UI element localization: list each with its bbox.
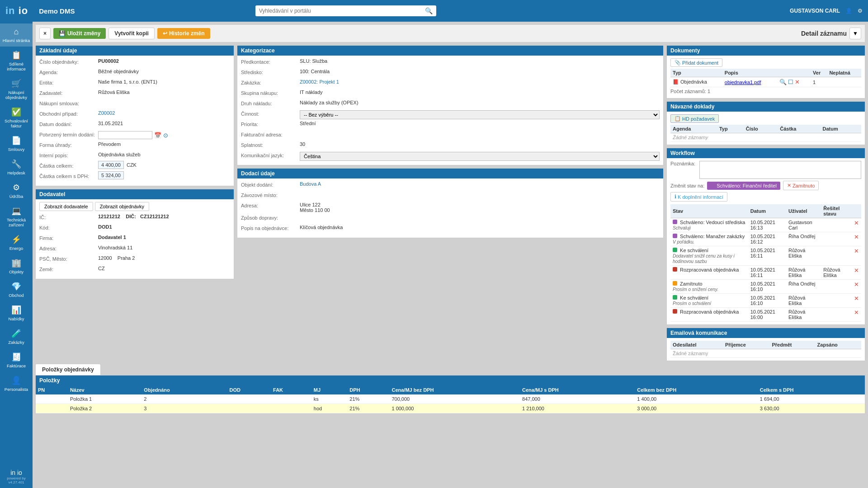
item-name: Položka 2	[68, 404, 142, 413]
wf-delete-button[interactable]: ✕	[854, 248, 859, 254]
sidebar-item-maintenance[interactable]: ⚙ Údržba	[0, 179, 33, 202]
invoices-icon: ✅	[11, 107, 21, 117]
wf-delete-button[interactable]: ✕	[854, 267, 859, 274]
sidebar-label-jobs: Zakázky	[8, 340, 24, 345]
company-value: Dodavatel 1	[98, 235, 230, 240]
doc-delete-button[interactable]: ✕	[795, 79, 800, 85]
wf-resolver	[821, 218, 852, 232]
language-select[interactable]: Čeština	[300, 152, 660, 161]
wf-delete-button[interactable]: ✕	[854, 220, 859, 226]
sidebar-item-invoices[interactable]: ✅ Schvalování faktur	[0, 103, 33, 132]
sidebar-label-objects: Objekty	[9, 269, 24, 274]
wf-user: Růžová Eliška	[786, 308, 821, 322]
sidebar-item-tech[interactable]: 💻 Technická zařízení	[0, 202, 33, 231]
total-row: Částka celkem: 4 400,00 CZK	[39, 162, 230, 171]
sidebar-item-objects[interactable]: 🏢 Objekty	[0, 254, 33, 278]
wf-resolver	[821, 280, 852, 294]
payment-form-row: Forma úhrady: Převodem	[39, 141, 230, 150]
note-value: Klíčová objednávka	[300, 225, 660, 230]
sidebar-item-energy[interactable]: ⚡ Energo	[0, 231, 33, 254]
sidebar-item-helpdesk[interactable]: 🔧 Helpdesk	[0, 155, 33, 179]
categorization-body: Předkontace: SLU: Služba Středisko: 100:…	[237, 56, 663, 165]
doc-col-ver: Ver	[811, 69, 827, 77]
center-row: Středisko: 100: Centrála	[241, 69, 660, 78]
calendar-icon[interactable]: 📅	[154, 132, 161, 139]
sidebar-item-billing[interactable]: 🧾 Faktúrace	[0, 348, 33, 372]
email-col-written: Zapsáno	[815, 341, 861, 349]
sidebar-item-contracts[interactable]: 📄 Smlouvy	[0, 132, 33, 155]
doc-preview-button[interactable]: 🔍	[779, 79, 787, 85]
ico-label: IČ:	[39, 214, 98, 220]
search-bar[interactable]: 🔍	[255, 5, 436, 16]
item-celkem-bez: 3 000,00	[635, 404, 757, 413]
clear-date-icon[interactable]: ⊙	[163, 132, 168, 139]
add-document-button[interactable]: 📎 Přidat dokument	[670, 58, 722, 67]
delivery-body: Objekt dodání: Budova A Závozové místo: …	[237, 178, 663, 238]
wf-delete-button[interactable]: ✕	[854, 234, 859, 240]
wf-delete-button[interactable]: ✕	[854, 295, 859, 302]
delivery-object-link[interactable]: Budova A	[300, 181, 321, 187]
sidebar-label-billing: Faktúrace	[7, 363, 26, 368]
activity-select[interactable]: -- Bez výběru --	[300, 110, 660, 119]
confirmed-delivery-row: Potvrzený termín dodání: 📅 ⊙	[39, 131, 230, 140]
sidebar-item-jobs[interactable]: 🧪 Zakázky	[0, 325, 33, 348]
save-button[interactable]: 💾 Uložit změny	[53, 28, 106, 39]
history-button[interactable]: ↩ Historie změn	[157, 28, 210, 39]
energy-icon: ⚡	[11, 235, 21, 244]
copy-button[interactable]: Vytvořit kopii	[108, 28, 155, 39]
approve-dot	[711, 183, 715, 188]
workflow-table: Stav Datum Uživatel Řešitel stavu	[670, 204, 861, 322]
item-fak	[271, 404, 311, 413]
cost-type-value: Náklady za služby (OPEX)	[300, 100, 660, 105]
sidebar-label-maintenance: Údržba	[9, 194, 24, 199]
wf-delete-button[interactable]: ✕	[854, 281, 859, 288]
sidebar-item-orders[interactable]: 🛒 Nákupní objednávky	[0, 75, 33, 103]
show-supplier-button[interactable]: Zobrazit dodavatele	[39, 202, 93, 211]
sidebar-label-tech: Technická zařízení	[2, 217, 31, 227]
code-value: DOD1	[98, 224, 230, 230]
doc-link[interactable]: objednavka1.pdf	[725, 80, 761, 85]
sidebar-item-trade[interactable]: 💎 Obchod	[0, 278, 33, 301]
add-related-button[interactable]: 📋 HD požadavek	[670, 114, 719, 123]
sidebar-item-main[interactable]: ⌂ Hlavní stránka	[0, 23, 33, 47]
sidebar-label-trade: Obchod	[9, 293, 24, 298]
entity-label: Entita:	[39, 79, 98, 85]
sidebar-item-shared[interactable]: 📋 Sdílené informace	[0, 47, 33, 75]
main-content: × 💾 Uložit změny Vytvořit kopii ↩ Histor…	[33, 22, 868, 488]
order-number-row: Číslo objednávky: PU00002	[39, 58, 230, 67]
billing-icon: 🧾	[11, 352, 21, 362]
item-pn	[36, 394, 68, 404]
sidebar-item-offers[interactable]: 📊 Nabídky	[0, 301, 33, 325]
workflow-info-row: ℹ K doplnění informací	[670, 192, 861, 202]
priority-label: Priorita:	[241, 121, 300, 127]
reject-button[interactable]: ✕ Zamítnuto	[783, 181, 819, 190]
show-orders-button[interactable]: Zobrazit objednávky	[95, 202, 149, 211]
loading-place-row: Závozové místo:	[241, 192, 660, 201]
doc-checkbox-button[interactable]: ☐	[788, 79, 793, 85]
tab-order-items[interactable]: Položky objednávky	[35, 364, 101, 375]
wf-state: Rozpracovaná objednávka	[670, 266, 748, 280]
settings-icon[interactable]: ⚙	[858, 8, 863, 14]
table-row: Ke schválení Prosím o schválení 10.05.20…	[670, 294, 861, 308]
sidebar-item-hr[interactable]: 👤 Personalista	[0, 372, 33, 395]
close-button[interactable]: ×	[39, 28, 51, 39]
business-case-link[interactable]: Z00002	[98, 110, 115, 116]
approve-button[interactable]: Schváleno: Finanční ředitel	[707, 182, 780, 190]
workflow-note-input[interactable]	[699, 161, 861, 179]
supplier-address-row: Adresa: Vinohradská 11	[39, 245, 230, 254]
info-button[interactable]: ℹ K doplnění informací	[670, 192, 727, 202]
language-label: Komunikační jazyk:	[241, 152, 300, 158]
items-col-name: Název	[68, 385, 142, 394]
confirmed-delivery-input[interactable]	[98, 131, 152, 139]
detail-dropdown-button[interactable]: ▼	[849, 28, 861, 39]
company-row: Firma: Dodavatel 1	[39, 235, 230, 244]
wf-delete-button[interactable]: ✕	[854, 309, 859, 316]
related-empty: Žádné záznamy	[670, 133, 861, 142]
order-link[interactable]: Z00002: Projekt 1	[300, 79, 339, 84]
supplier-address-label: Adresa:	[39, 245, 98, 251]
entity-row: Entita: Naše firma 1, s.r.o. (ENT1)	[39, 79, 230, 88]
purchase-contract-label: Nákupní smlouva:	[39, 100, 98, 106]
items-col-dph: DPH	[347, 385, 389, 394]
sidebar-label-main: Hlavní stránka	[3, 38, 30, 43]
search-input[interactable]	[259, 8, 425, 14]
